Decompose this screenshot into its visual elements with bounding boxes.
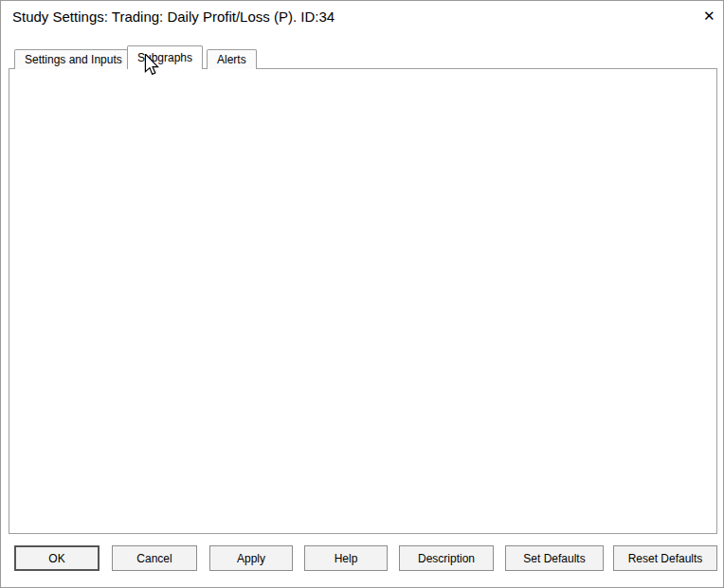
tab-settings-and-inputs[interactable]: Settings and Inputs <box>14 49 133 69</box>
cancel-button[interactable]: Cancel <box>112 545 197 571</box>
description-button[interactable]: Description <box>399 545 494 571</box>
apply-button[interactable]: Apply <box>209 545 293 571</box>
mouse-cursor-icon <box>144 54 159 77</box>
reset-defaults-button[interactable]: Reset Defaults <box>613 545 717 571</box>
tab-content-pane <box>9 68 717 534</box>
close-icon[interactable]: ✕ <box>703 8 715 25</box>
dialog-title: Study Settings: Trading: Daily Profit/Lo… <box>12 9 335 25</box>
help-button[interactable]: Help <box>304 545 388 571</box>
tab-alerts[interactable]: Alerts <box>207 49 257 69</box>
ok-button[interactable]: OK <box>14 545 100 571</box>
tab-subgraphs[interactable]: Subgraphs <box>127 45 203 69</box>
set-defaults-button[interactable]: Set Defaults <box>505 545 604 571</box>
study-settings-dialog: Study Settings: Trading: Daily Profit/Lo… <box>0 0 724 588</box>
